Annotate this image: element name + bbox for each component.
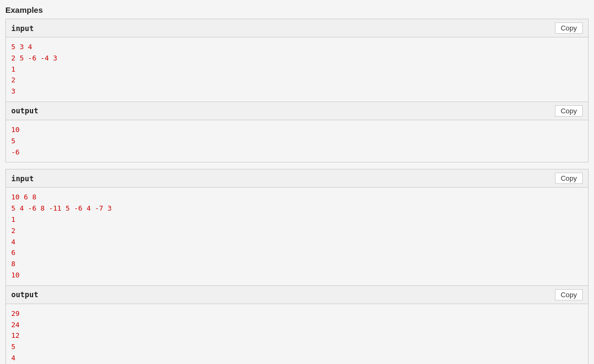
output-copy-button-2[interactable]: Copy [555,289,583,300]
input-content-2: 10 6 8 5 4 -6 8 -11 5 -6 4 -7 3 1 2 4 6 … [6,188,588,285]
output-label-2: output [11,290,38,299]
page-title: Examples [5,5,589,14]
input-header-2: inputCopy [6,169,588,188]
example-block-1: inputCopy5 3 4 2 5 -6 -4 3 1 2 3outputCo… [5,19,589,162]
input-header-1: inputCopy [6,19,588,37]
output-content-1: 10 5 -6 [6,120,588,162]
output-header-1: outputCopy [6,102,588,120]
input-label-2: input [11,174,34,183]
output-label-1: output [11,106,38,115]
input-copy-button-1[interactable]: Copy [555,22,583,34]
output-copy-button-1[interactable]: Copy [555,105,583,117]
input-content-1: 5 3 4 2 5 -6 -4 3 1 2 3 [6,37,588,102]
output-content-2: 29 24 12 5 4 Noob [6,304,588,364]
input-copy-button-2[interactable]: Copy [555,173,583,184]
output-header-2: outputCopy [6,285,588,304]
example-block-2: inputCopy10 6 8 5 4 -6 8 -11 5 -6 4 -7 3… [5,169,589,364]
input-label-1: input [11,24,34,33]
